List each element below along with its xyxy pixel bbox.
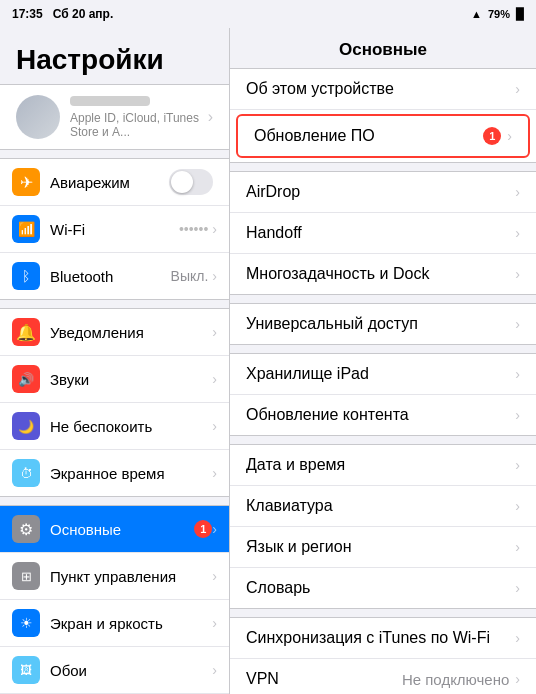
detail-item-datetime[interactable]: Дата и время › bbox=[230, 445, 536, 486]
time-label: 17:35 bbox=[12, 7, 43, 21]
main-layout: Настройки Apple ID, iCloud, iTunes Store… bbox=[0, 28, 536, 694]
airplane-toggle[interactable] bbox=[169, 169, 213, 195]
datetime-label: Дата и время bbox=[246, 456, 515, 474]
detail-item-multitask[interactable]: Многозадачность и Dock › bbox=[230, 254, 536, 294]
display-chevron-icon: › bbox=[212, 615, 217, 631]
notifications-icon: 🔔 bbox=[12, 318, 40, 346]
detail-group-airdrop: AirDrop › Handoff › Многозадачность и Do… bbox=[230, 171, 536, 295]
detail-item-handoff[interactable]: Handoff › bbox=[230, 213, 536, 254]
detail-item-storage[interactable]: Хранилище iPad › bbox=[230, 354, 536, 395]
general-badge: 1 bbox=[194, 520, 212, 538]
contentupdate-chevron-icon: › bbox=[515, 407, 520, 423]
keyboard-chevron-icon: › bbox=[515, 498, 520, 514]
date-label: Сб 20 апр. bbox=[53, 7, 114, 21]
detail-group-about: Об этом устройстве › Обновление ПО 1 › bbox=[230, 68, 536, 163]
detail-item-update[interactable]: Обновление ПО 1 › bbox=[236, 114, 530, 158]
datetime-chevron-icon: › bbox=[515, 457, 520, 473]
detail-item-accessibility[interactable]: Универсальный доступ › bbox=[230, 304, 536, 344]
itunessync-label: Синхронизация с iTunes по Wi-Fi bbox=[246, 629, 515, 647]
profile-row[interactable]: Apple ID, iCloud, iTunes Store и А... › bbox=[0, 84, 229, 150]
sidebar-item-controlcenter[interactable]: ⊞ Пункт управления › bbox=[0, 553, 229, 600]
airplane-icon: ✈ bbox=[12, 168, 40, 196]
sidebar-item-airplane[interactable]: ✈ Авиарежим bbox=[0, 159, 229, 206]
wallpaper-icon: 🖼 bbox=[12, 656, 40, 684]
wifi-value: •••••• bbox=[179, 221, 208, 237]
update-chevron-icon: › bbox=[507, 128, 512, 144]
handoff-chevron-icon: › bbox=[515, 225, 520, 241]
wifi-chevron-icon: › bbox=[212, 221, 217, 237]
sidebar-item-screentime[interactable]: ⏱ Экранное время › bbox=[0, 450, 229, 496]
status-bar: 17:35 Сб 20 апр. ▲ 79% ▉ bbox=[0, 0, 536, 28]
detail-group-storage: Хранилище iPad › Обновление контента › bbox=[230, 353, 536, 436]
sounds-label: Звуки bbox=[50, 371, 212, 388]
airplane-label: Авиарежим bbox=[50, 174, 169, 191]
avatar bbox=[16, 95, 60, 139]
handoff-label: Handoff bbox=[246, 224, 515, 242]
battery-label: 79% bbox=[488, 8, 510, 20]
detail-item-contentupdate[interactable]: Обновление контента › bbox=[230, 395, 536, 435]
sidebar-item-bluetooth[interactable]: ᛒ Bluetooth Выкл. › bbox=[0, 253, 229, 299]
screentime-icon: ⏱ bbox=[12, 459, 40, 487]
update-label: Обновление ПО bbox=[254, 127, 479, 145]
controlcenter-chevron-icon: › bbox=[212, 568, 217, 584]
screentime-label: Экранное время bbox=[50, 465, 212, 482]
general-icon: ⚙ bbox=[12, 515, 40, 543]
wifi-icon: ▲ bbox=[471, 8, 482, 20]
detail-pane: Основные Об этом устройстве › Обновление… bbox=[230, 28, 536, 694]
airdrop-chevron-icon: › bbox=[515, 184, 520, 200]
display-label: Экран и яркость bbox=[50, 615, 212, 632]
detail-item-keyboard[interactable]: Клавиатура › bbox=[230, 486, 536, 527]
sidebar-item-notifications[interactable]: 🔔 Уведомления › bbox=[0, 309, 229, 356]
update-badge: 1 bbox=[483, 127, 501, 145]
wallpaper-chevron-icon: › bbox=[212, 662, 217, 678]
language-chevron-icon: › bbox=[515, 539, 520, 555]
accessibility-chevron-icon: › bbox=[515, 316, 520, 332]
detail-item-vpn[interactable]: VPN Не подключено › bbox=[230, 659, 536, 694]
detail-item-about[interactable]: Об этом устройстве › bbox=[230, 69, 536, 110]
sounds-icon: 🔊 bbox=[12, 365, 40, 393]
vpn-chevron-icon: › bbox=[515, 671, 520, 687]
airdrop-label: AirDrop bbox=[246, 183, 515, 201]
bluetooth-value: Выкл. bbox=[171, 268, 209, 284]
itunessync-chevron-icon: › bbox=[515, 630, 520, 646]
detail-group-sync: Синхронизация с iTunes по Wi-Fi › VPN Не… bbox=[230, 617, 536, 694]
controlcenter-icon: ⊞ bbox=[12, 562, 40, 590]
accessibility-label: Универсальный доступ bbox=[246, 315, 515, 333]
sidebar-item-wifi[interactable]: 📶 Wi-Fi •••••• › bbox=[0, 206, 229, 253]
wallpaper-label: Обои bbox=[50, 662, 212, 679]
detail-item-itunessync[interactable]: Синхронизация с iTunes по Wi-Fi › bbox=[230, 618, 536, 659]
sidebar-item-sounds[interactable]: 🔊 Звуки › bbox=[0, 356, 229, 403]
detail-item-dictionary[interactable]: Словарь › bbox=[230, 568, 536, 608]
donotdisturb-icon: 🌙 bbox=[12, 412, 40, 440]
sidebar-item-donotdisturb[interactable]: 🌙 Не беспокоить › bbox=[0, 403, 229, 450]
sidebar-group-general: ⚙ Основные 1 › ⊞ Пункт управления › ☀ Эк… bbox=[0, 505, 229, 694]
sidebar-item-wallpaper[interactable]: 🖼 Обои › bbox=[0, 647, 229, 694]
controlcenter-label: Пункт управления bbox=[50, 568, 212, 585]
sidebar-group-connectivity: ✈ Авиарежим 📶 Wi-Fi •••••• › ᛒ Bluetooth… bbox=[0, 158, 229, 300]
detail-item-airdrop[interactable]: AirDrop › bbox=[230, 172, 536, 213]
status-bar-left: 17:35 Сб 20 апр. bbox=[12, 7, 113, 21]
donotdisturb-chevron-icon: › bbox=[212, 418, 217, 434]
storage-label: Хранилище iPad bbox=[246, 365, 515, 383]
storage-chevron-icon: › bbox=[515, 366, 520, 382]
detail-item-language[interactable]: Язык и регион › bbox=[230, 527, 536, 568]
profile-name bbox=[70, 96, 150, 106]
language-label: Язык и регион bbox=[246, 538, 515, 556]
sidebar-item-display[interactable]: ☀ Экран и яркость › bbox=[0, 600, 229, 647]
detail-group-datetime: Дата и время › Клавиатура › Язык и регио… bbox=[230, 444, 536, 609]
bluetooth-chevron-icon: › bbox=[212, 268, 217, 284]
notifications-label: Уведомления bbox=[50, 324, 212, 341]
sounds-chevron-icon: › bbox=[212, 371, 217, 387]
bluetooth-label: Bluetooth bbox=[50, 268, 171, 285]
wifi-label: Wi-Fi bbox=[50, 221, 179, 238]
detail-title: Основные bbox=[230, 28, 536, 68]
multitask-label: Многозадачность и Dock bbox=[246, 265, 515, 283]
battery-icon: ▉ bbox=[516, 8, 524, 21]
profile-sub: Apple ID, iCloud, iTunes Store и А... bbox=[70, 111, 208, 139]
sidebar-group-notifications: 🔔 Уведомления › 🔊 Звуки › 🌙 Не беспокоит… bbox=[0, 308, 229, 497]
keyboard-label: Клавиатура bbox=[246, 497, 515, 515]
contentupdate-label: Обновление контента bbox=[246, 406, 515, 424]
sidebar-item-general[interactable]: ⚙ Основные 1 › bbox=[0, 506, 229, 553]
multitask-chevron-icon: › bbox=[515, 266, 520, 282]
donotdisturb-label: Не беспокоить bbox=[50, 418, 212, 435]
